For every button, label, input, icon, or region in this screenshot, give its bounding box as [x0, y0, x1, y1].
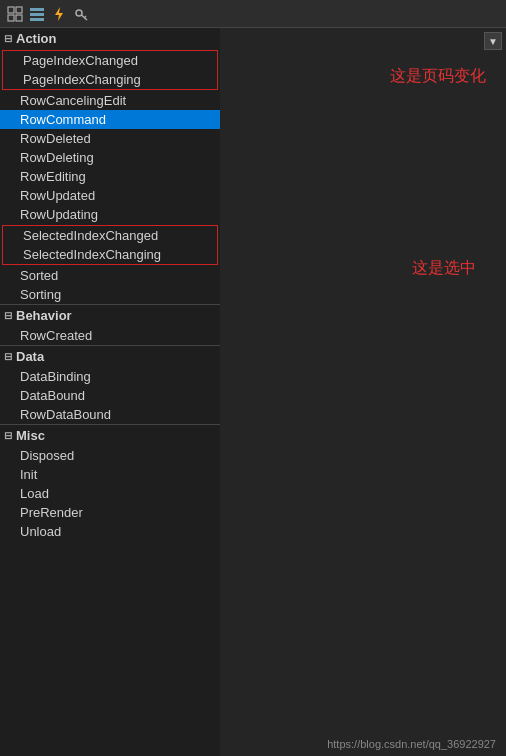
list-item-disposed[interactable]: Disposed: [0, 446, 220, 465]
lightning-icon[interactable]: [50, 5, 68, 23]
annotation-selected: 这是选中: [412, 258, 476, 279]
list-item-rowediting[interactable]: RowEditing: [0, 167, 220, 186]
expand-action-icon: ⊟: [4, 33, 12, 44]
category-misc[interactable]: ⊟ Misc: [0, 425, 220, 446]
list-item-rowcreated[interactable]: RowCreated: [0, 326, 220, 345]
svg-rect-2: [8, 15, 14, 21]
svg-point-8: [76, 10, 82, 16]
main-panel: ⊟ Action PageIndexChanged PageIndexChang…: [0, 28, 506, 756]
svg-line-10: [84, 16, 86, 18]
list-item-init[interactable]: Init: [0, 465, 220, 484]
events-list[interactable]: ⊟ Action PageIndexChanged PageIndexChang…: [0, 28, 220, 756]
list-item-rowupdating[interactable]: RowUpdating: [0, 205, 220, 224]
list-item-sorted[interactable]: Sorted: [0, 266, 220, 285]
dropdown-arrow-button[interactable]: ▼: [484, 32, 502, 50]
key-icon[interactable]: [72, 5, 90, 23]
list-icon[interactable]: [28, 5, 46, 23]
list-item-rowdatabound[interactable]: RowDataBound: [0, 405, 220, 424]
category-data-label: Data: [16, 349, 44, 364]
category-action[interactable]: ⊟ Action: [0, 28, 220, 49]
list-item-sorting[interactable]: Sorting: [0, 285, 220, 304]
list-item-pageindexchanged[interactable]: PageIndexChanged: [3, 51, 217, 70]
list-item-pageindexchanging[interactable]: PageIndexChanging: [3, 70, 217, 89]
list-item-unload[interactable]: Unload: [0, 522, 220, 541]
right-panel: ▼ 这是页码变化 这是选中: [220, 28, 506, 756]
expand-misc-icon: ⊟: [4, 430, 12, 441]
category-behavior[interactable]: ⊟ Behavior: [0, 305, 220, 326]
svg-rect-6: [30, 18, 44, 21]
svg-rect-0: [8, 7, 14, 13]
footer-url: https://blog.csdn.net/qq_36922927: [327, 738, 496, 750]
list-item-rowcancelingedit[interactable]: RowCancelingEdit: [0, 91, 220, 110]
list-item-prerender[interactable]: PreRender: [0, 503, 220, 522]
grid-icon[interactable]: [6, 5, 24, 23]
list-item-load[interactable]: Load: [0, 484, 220, 503]
category-misc-label: Misc: [16, 428, 45, 443]
annotation-page-change: 这是页码变化: [390, 66, 486, 87]
list-item-rowdeleting[interactable]: RowDeleting: [0, 148, 220, 167]
list-item-rowdeleted[interactable]: RowDeleted: [0, 129, 220, 148]
svg-rect-1: [16, 7, 22, 13]
expand-behavior-icon: ⊟: [4, 310, 12, 321]
list-item-selectedindexchanged[interactable]: SelectedIndexChanged: [3, 226, 217, 245]
category-behavior-label: Behavior: [16, 308, 72, 323]
category-data[interactable]: ⊟ Data: [0, 346, 220, 367]
svg-marker-7: [55, 7, 63, 21]
list-item-databinding[interactable]: DataBinding: [0, 367, 220, 386]
list-item-rowcommand[interactable]: RowCommand: [0, 110, 220, 129]
toolbar: [0, 0, 506, 28]
svg-rect-5: [30, 13, 44, 16]
list-item-selectedindexchanging[interactable]: SelectedIndexChanging: [3, 245, 217, 264]
list-item-databound[interactable]: DataBound: [0, 386, 220, 405]
svg-rect-4: [30, 8, 44, 11]
expand-data-icon: ⊟: [4, 351, 12, 362]
category-action-label: Action: [16, 31, 56, 46]
list-item-rowupdated[interactable]: RowUpdated: [0, 186, 220, 205]
svg-rect-3: [16, 15, 22, 21]
